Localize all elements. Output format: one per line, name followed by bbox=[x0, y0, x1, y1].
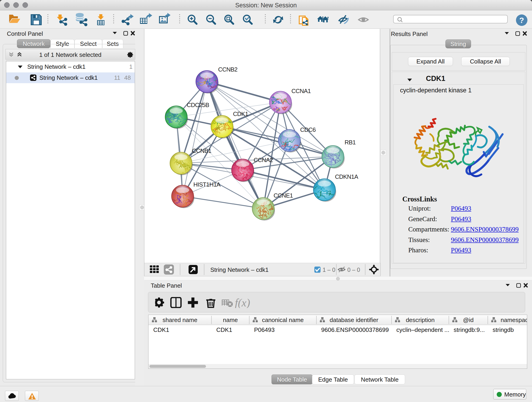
svg-text:description: description bbox=[406, 317, 435, 323]
svg-text:CCNB1: CCNB1 bbox=[192, 147, 211, 154]
svg-text:CDC6: CDC6 bbox=[300, 126, 316, 133]
svg-text:canonical name: canonical name bbox=[262, 317, 304, 323]
svg-text:name: name bbox=[223, 317, 238, 323]
svg-text:@id: @id bbox=[463, 317, 474, 323]
svg-text:CCNA2: CCNA2 bbox=[254, 157, 273, 163]
svg-text:CDK1: CDK1 bbox=[233, 110, 248, 117]
svg-text:f(x): f(x) bbox=[235, 297, 250, 308]
svg-text:HIST1H1A: HIST1H1A bbox=[193, 181, 221, 188]
svg-text:CCNB2: CCNB2 bbox=[218, 66, 237, 73]
svg-text:namespace: namespace bbox=[500, 317, 527, 323]
svg-text:CCNE1: CCNE1 bbox=[273, 192, 293, 199]
svg-text:CDC25B: CDC25B bbox=[187, 102, 209, 108]
svg-text:RB1: RB1 bbox=[345, 139, 356, 146]
svg-text:CDKN1A: CDKN1A bbox=[335, 173, 358, 180]
svg-text:database identifier: database identifier bbox=[330, 317, 379, 323]
svg-text:CCNA1: CCNA1 bbox=[291, 88, 311, 95]
svg-text:?: ? bbox=[519, 16, 524, 25]
svg-text:shared name: shared name bbox=[163, 317, 197, 323]
